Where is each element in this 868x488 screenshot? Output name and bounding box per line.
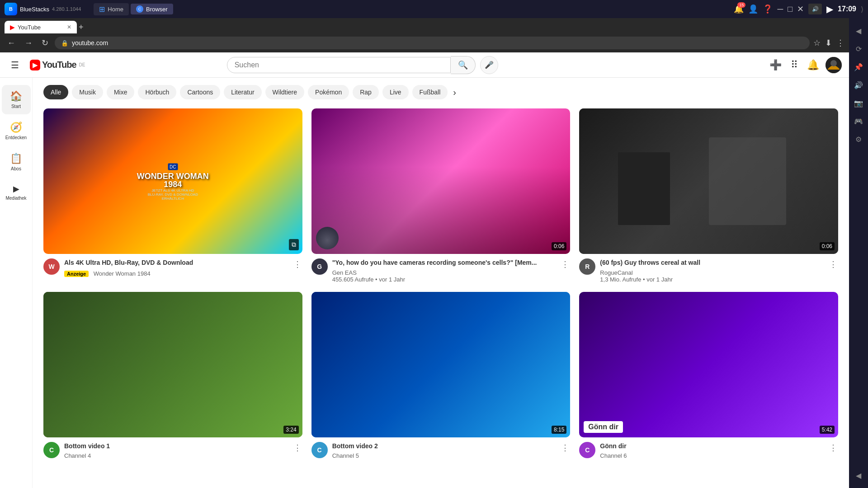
user-avatar[interactable] <box>826 57 842 73</box>
bs-btn-screenshot[interactable]: 📷 <box>850 95 867 111</box>
video-channel-2: Gen EAS <box>332 269 556 276</box>
video-card-5[interactable]: 8:15 C Bottom video 2 Channel 5 ⋮ <box>311 292 571 460</box>
clock: 17:09 <box>838 5 856 13</box>
video-channel-3: RogueCanal <box>600 269 824 276</box>
bs-btn-collapse[interactable]: ◀ <box>850 467 867 483</box>
bs-btn-rotate[interactable]: ⟳ <box>850 41 867 57</box>
video-title-2: "Yo, how do you have cameras recording s… <box>332 258 556 267</box>
yt-logo[interactable]: ▶ YouTube DE <box>30 60 85 70</box>
bookmark-button[interactable]: ☆ <box>813 38 821 48</box>
channel-avatar-3: R <box>579 258 595 275</box>
video-title-4: Bottom video 1 <box>64 442 288 451</box>
lock-icon: 🔒 <box>61 40 68 47</box>
pill-literatur[interactable]: Literatur <box>224 85 261 99</box>
video-card-4[interactable]: 3:24 C Bottom video 1 Channel 4 ⋮ <box>43 292 302 460</box>
voice-search-button[interactable]: 🎤 <box>480 56 498 74</box>
video-meta-6: Gönn dir Channel 6 <box>600 442 824 460</box>
video-more-btn-1[interactable]: ⋮ <box>292 258 302 270</box>
bs-btn-pin[interactable]: 📌 <box>850 59 867 75</box>
wonder-woman-overlay: DC WONDER WOMAN1984 JETZT ALS 4K ULTRA H… <box>137 162 209 201</box>
forward-button[interactable]: → <box>22 37 35 50</box>
sidebar-item-entdecken[interactable]: 🧭 Entdecken <box>2 116 31 145</box>
sidebar-item-mediathek[interactable]: ▶ Mediathek <box>2 178 31 206</box>
notification-badge: 15 <box>737 2 745 8</box>
bs-btn-back[interactable]: ◀ <box>850 23 867 39</box>
pill-musik[interactable]: Musik <box>72 85 103 99</box>
ad-badge-1: Anzeige <box>64 271 89 277</box>
tab-close-btn[interactable]: ✕ <box>67 24 71 30</box>
video-card-6[interactable]: Gönn dir 5:42 C Gönn dir Channel 6 <box>579 292 838 460</box>
yt-sidebar: 🏠 Start 🧭 Entdecken 📋 Abos ▶ Mediathek <box>0 78 33 488</box>
expand-icon[interactable]: ⟩ <box>861 5 863 14</box>
yt-browser-tab[interactable]: ▶ YouTube ✕ <box>5 21 77 33</box>
pill-fussball[interactable]: Fußball <box>412 85 448 99</box>
home-icon: ⊞ <box>99 5 105 14</box>
pill-mixe[interactable]: Mixe <box>107 85 135 99</box>
browser-nav-actions: ☆ ⬇ ⋮ <box>813 38 844 48</box>
pill-wildtiere[interactable]: Wildtiere <box>265 85 304 99</box>
video-card-1[interactable]: DC WONDER WOMAN1984 JETZT ALS 4K ULTRA H… <box>43 108 302 283</box>
video-title-6: Gönn dir <box>600 442 824 451</box>
video-card-2[interactable]: 0:06 G "Yo, how do you have cameras reco… <box>311 108 571 283</box>
restore-btn[interactable]: □ <box>788 5 793 14</box>
sidebar-item-start[interactable]: 🏠 Start <box>2 85 31 114</box>
address-bar[interactable]: 🔒 youtube.com <box>55 37 810 49</box>
bs-btn-gamepad[interactable]: 🎮 <box>850 113 867 129</box>
help-icon[interactable]: ❓ <box>763 4 773 14</box>
search-submit-button[interactable]: 🔍 <box>451 56 476 74</box>
pill-rap[interactable]: Rap <box>353 85 379 99</box>
youtube-page: ☰ ▶ YouTube DE 🔍 🎤 ➕ ⠿ 🔔 <box>0 52 849 488</box>
video-card-3[interactable]: 0:06 R (60 fps) Guy throws cereal at wal… <box>579 108 838 283</box>
pill-live[interactable]: Live <box>382 85 409 99</box>
titlebar-right: 🔔 15 👤 ❓ ─ □ ✕ 🔊 ▶ 17:09 ⟩ <box>734 4 863 14</box>
bs-btn-settings[interactable]: ⚙ <box>850 131 867 147</box>
pill-pokemon[interactable]: Pokémon <box>308 85 349 99</box>
notifications-button[interactable]: 🔔 <box>804 56 822 74</box>
video-more-btn-5[interactable]: ⋮ <box>560 442 570 454</box>
create-button[interactable]: ➕ <box>767 56 784 74</box>
pill-cartoons[interactable]: Cartoons <box>180 85 220 99</box>
video-thumb-4: 3:24 <box>43 292 302 437</box>
new-tab-button[interactable]: + <box>79 23 84 32</box>
tab-home-label: Home <box>108 6 123 13</box>
account-icon[interactable]: 👤 <box>748 4 758 14</box>
video-more-btn-6[interactable]: ⋮ <box>828 442 838 454</box>
sidebar-item-abos[interactable]: 📋 Abos <box>2 147 31 177</box>
youtube-small-icon: ▶ <box>826 4 833 14</box>
browser-menu-button[interactable]: ⋮ <box>836 38 844 48</box>
tab-browser[interactable]: C Browser <box>131 4 173 14</box>
video-thumb-5: 8:15 <box>311 292 571 437</box>
video-duration-6: 5:42 <box>820 426 835 434</box>
apps-button[interactable]: ⠿ <box>788 56 801 74</box>
search-input[interactable] <box>235 61 443 69</box>
video-duration-4: 3:24 <box>283 426 298 434</box>
pill-alle[interactable]: Alle <box>43 85 68 99</box>
video-thumb-6: Gönn dir 5:42 <box>579 292 838 437</box>
tab-home[interactable]: ⊞ Home <box>94 3 129 15</box>
video-more-btn-4[interactable]: ⋮ <box>292 442 302 454</box>
video-meta-3: (60 fps) Guy throws cereal at wall Rogue… <box>600 258 824 283</box>
video-thumb-2: 0:06 <box>311 108 571 254</box>
pills-next-button[interactable]: › <box>451 85 458 99</box>
download-button[interactable]: ⬇ <box>825 38 832 48</box>
video-more-btn-3[interactable]: ⋮ <box>828 258 838 270</box>
titlebar-tabs: ⊞ Home C Browser <box>94 3 173 15</box>
channel-avatar-4: C <box>43 442 60 458</box>
video-meta-4: Bottom video 1 Channel 4 <box>64 442 288 460</box>
video-duration-3: 0:06 <box>820 242 835 250</box>
minimize-btn[interactable]: ─ <box>777 5 783 14</box>
pill-hoerbuch[interactable]: Hörbuch <box>138 85 176 99</box>
video-meta-5: Bottom video 2 Channel 5 <box>332 442 556 460</box>
close-btn[interactable]: ✕ <box>797 4 804 14</box>
video-info-1: W Als 4K Ultra HD, Blu-Ray, DVD & Downlo… <box>43 258 302 277</box>
video-title-5: Bottom video 2 <box>332 442 556 451</box>
yt-search-bar[interactable] <box>227 57 451 73</box>
yt-menu-button[interactable]: ☰ <box>7 56 23 74</box>
bluestacks-name: BlueStacks <box>20 6 49 13</box>
video-stats-2: 455.605 Aufrufe • vor 1 Jahr <box>332 276 556 283</box>
channel-avatar-6: C <box>579 442 595 458</box>
bs-btn-volume[interactable]: 🔊 <box>850 77 867 93</box>
refresh-button[interactable]: ↻ <box>39 36 51 50</box>
video-more-btn-2[interactable]: ⋮ <box>560 258 570 270</box>
back-button[interactable]: ← <box>5 37 18 50</box>
